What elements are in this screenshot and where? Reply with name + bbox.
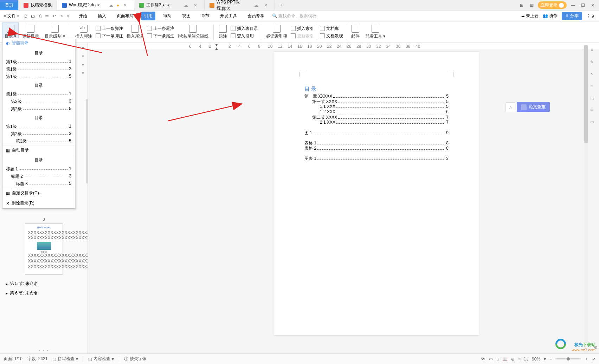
new-icon[interactable]: 🗋: [22, 13, 30, 20]
toc-template-line[interactable]: 标题 35: [2, 180, 75, 188]
grid-icon[interactable]: ⊞: [518, 3, 525, 8]
pen-icon[interactable]: ✎: [590, 60, 597, 67]
toc-template-line[interactable]: 第2级3: [2, 130, 75, 138]
zoom-value[interactable]: 90%: [532, 357, 540, 362]
tab-excel-doc[interactable]: 工作簿3.xlsx☁✕: [134, 0, 205, 10]
web-icon[interactable]: ⊕: [511, 357, 515, 362]
close-window-button[interactable]: ✕: [589, 3, 596, 8]
prev-footnote[interactable]: 上一条脚注: [96, 26, 123, 32]
pin-icon[interactable]: △: [505, 102, 515, 112]
next-footnote[interactable]: 下一条脚注: [96, 33, 123, 39]
close-icon[interactable]: ✕: [262, 3, 270, 8]
book-icon[interactable]: ▭: [590, 119, 597, 126]
insert-footnote-button[interactable]: ab插入脚注: [73, 22, 94, 42]
cube-icon[interactable]: ⬚: [590, 96, 597, 103]
zoom-slider[interactable]: [555, 358, 581, 359]
content-check-toggle[interactable]: ▢ 内容检查 ▾: [88, 356, 114, 362]
toc-template-line[interactable]: 标题 11: [2, 165, 75, 173]
toc-template-line[interactable]: 第1级1: [2, 58, 75, 66]
custom-toc-action[interactable]: ▦自定义目录(C)...: [2, 188, 75, 198]
separator-button[interactable]: 脚注/尾注分隔线: [176, 22, 211, 42]
tab-pagelayout[interactable]: 页面布局: [114, 12, 136, 20]
preview-icon[interactable]: 👁: [44, 13, 51, 20]
collapse-ribbon-icon[interactable]: ⋮ ∧: [586, 14, 595, 19]
focus-icon[interactable]: ⛶: [524, 357, 528, 362]
maximize-button[interactable]: ☐: [579, 3, 586, 8]
expand-icon[interactable]: ⤢: [592, 357, 595, 362]
login-button[interactable]: 立即登录: [538, 1, 567, 9]
tab-member[interactable]: 会员专享: [245, 12, 267, 20]
collab-button[interactable]: 👥 协作: [543, 13, 558, 19]
word-count[interactable]: 字数: 2421: [27, 356, 47, 362]
apps-icon[interactable]: ▦: [528, 3, 535, 8]
nav-section-item[interactable]: ▸第 6 节: 未命名: [0, 288, 88, 298]
toc-template-line[interactable]: 第1级1: [2, 91, 75, 98]
missing-font[interactable]: ⓘ 缺失字体: [124, 356, 147, 362]
read-icon[interactable]: 📖: [502, 357, 508, 362]
scrollbar-thumb[interactable]: [584, 45, 588, 143]
mark-index-button[interactable]: 标记索引项: [264, 22, 289, 42]
nav-section-item[interactable]: ▸第 5 节: 未命名: [0, 279, 88, 288]
prev-endnote[interactable]: 上一条尾注: [147, 26, 174, 32]
remove-toc-action[interactable]: ✕删除目录(R): [2, 198, 75, 208]
mass-tool-button[interactable]: 群发工具 ▾: [363, 22, 387, 42]
resize-handle[interactable]: • • •: [0, 349, 88, 353]
toc-template-line[interactable]: 第3级5: [2, 138, 75, 145]
vertical-scrollbar[interactable]: [584, 45, 588, 353]
outline-icon[interactable]: ≡: [518, 357, 521, 362]
minimize-button[interactable]: —: [569, 3, 577, 8]
close-icon[interactable]: ✕: [192, 3, 199, 8]
tab-view[interactable]: 视图: [179, 12, 193, 20]
layout1-icon[interactable]: ▭: [489, 357, 493, 362]
doc-find[interactable]: 文档发现: [320, 33, 343, 39]
text-icon[interactable]: ≡: [590, 84, 597, 91]
insert-fig-toc[interactable]: 插入表目录: [231, 26, 258, 32]
file-menu[interactable]: ≡文件▾: [0, 13, 22, 19]
tab-references[interactable]: 引用: [141, 12, 155, 20]
command-search[interactable]: 🔍 查找命令、搜索模板: [272, 13, 316, 19]
close-icon[interactable]: ✕: [121, 3, 129, 8]
eye-icon[interactable]: 👁: [481, 357, 485, 362]
toc-template-line[interactable]: 第1级3: [2, 66, 75, 73]
nav-tab-dd[interactable]: ▾: [80, 60, 86, 69]
nav-tab-dd[interactable]: ▾: [80, 44, 86, 52]
toc-template-line[interactable]: 第2级5: [2, 105, 75, 113]
caption-button[interactable]: 题注: [217, 22, 229, 42]
more-icon[interactable]: ▿: [65, 13, 72, 20]
zoom-out-button[interactable]: −: [549, 357, 552, 362]
toc-template-line[interactable]: 标题 23: [2, 173, 75, 180]
page-status[interactable]: 页面: 1/10: [4, 356, 22, 362]
tab-section[interactable]: 章节: [198, 12, 212, 20]
redo-icon[interactable]: ↷: [58, 13, 65, 20]
new-tab-button[interactable]: ＋: [275, 2, 288, 8]
tab-home[interactable]: 首页: [0, 0, 19, 10]
insert-endnote-button[interactable]: 插入尾注: [124, 22, 146, 42]
page-thumbnail[interactable]: 第一节 XXXXX XXXXXXXXXXXXXXXXXXXXXXXXXXXXXX…: [25, 223, 63, 275]
layout2-icon[interactable]: ▯: [496, 357, 499, 362]
zoom-in-button[interactable]: ＋: [584, 356, 588, 362]
toc-template-line[interactable]: 第2级3: [2, 98, 75, 105]
assistant-icon[interactable]: ✧: [590, 48, 597, 55]
undo-icon[interactable]: ↶: [51, 13, 58, 20]
print-icon[interactable]: ⎙: [37, 13, 44, 20]
open-icon[interactable]: 🗁: [30, 13, 37, 20]
spellcheck-toggle[interactable]: ▢ 拼写检查 ▾: [52, 356, 78, 362]
globe-icon[interactable]: ⊛: [590, 108, 597, 115]
tab-start[interactable]: 开始: [76, 12, 90, 20]
toc-template-line[interactable]: 第1级1: [2, 123, 75, 130]
tab-devtools[interactable]: 开发工具: [217, 12, 240, 20]
tab-insert[interactable]: 插入: [95, 12, 109, 20]
share-button[interactable]: ⇧ 分享: [562, 12, 582, 20]
nav-tab-dd[interactable]: ▾: [80, 52, 86, 60]
tab-templates[interactable]: 找稻壳模板: [19, 0, 57, 10]
tab-ppt-doc[interactable]: WPS PPT教程.pptx☁✕: [205, 0, 275, 10]
next-endnote[interactable]: 下一条尾注: [147, 33, 174, 39]
plagiarism-check-button[interactable]: 论文查重: [517, 102, 550, 112]
mail-button[interactable]: 邮件: [349, 22, 362, 42]
cross-ref[interactable]: 交叉引用: [231, 33, 258, 39]
nav-tab-dd[interactable]: ▾: [80, 69, 86, 77]
tab-review[interactable]: 审阅: [160, 12, 174, 20]
doc-lib[interactable]: 文档库: [320, 26, 343, 32]
insert-index[interactable]: 插入索引: [291, 26, 314, 32]
toc-template-line[interactable]: 第1级5: [2, 73, 75, 80]
